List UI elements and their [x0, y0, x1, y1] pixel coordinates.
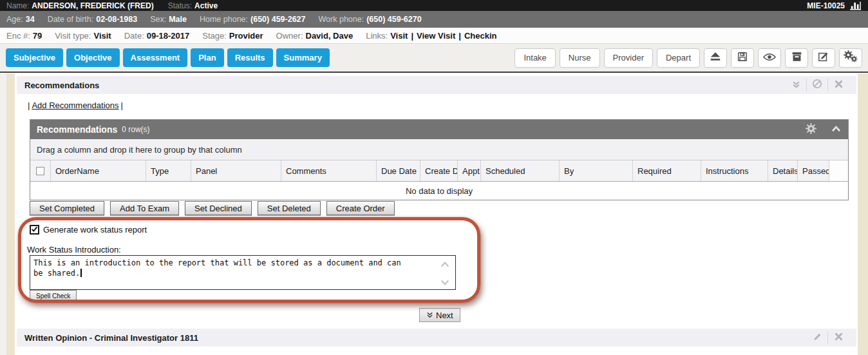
tab-plan[interactable]: Plan [191, 48, 223, 67]
home-phone-pair: Home phone:(650) 459-2627 [200, 15, 306, 24]
intake-button[interactable]: Intake [514, 48, 555, 68]
double-chevron-down-icon [426, 311, 433, 320]
preview-button[interactable] [758, 48, 781, 68]
tab-objective[interactable]: Objective [66, 48, 120, 67]
settings-button[interactable] [839, 48, 862, 68]
enc-number-pair: Enc #:79 [6, 31, 42, 41]
grid-header: Recommendations 0 row(s) [30, 120, 848, 139]
column-header-required[interactable]: Required [633, 160, 701, 181]
collapse-section-button[interactable] [786, 79, 806, 91]
demographics-bar: Age:34 Date of birth:02-08-1983 Sex:Male… [0, 11, 868, 28]
patient-name-label: Name: [6, 1, 29, 10]
owner-value: David, Dave [306, 31, 354, 41]
age-label: Age: [6, 15, 23, 24]
stage-pair: Stage:Provider [202, 31, 263, 41]
tab-subjective[interactable]: Subjective [6, 48, 63, 67]
work-status-intro-label: Work Status Introduction: [27, 245, 121, 254]
column-header-due-date[interactable]: Due Date [377, 160, 420, 181]
provider-button[interactable]: Provider [604, 48, 653, 68]
work-phone-pair: Work phone:(650) 459-6270 [319, 15, 422, 24]
column-label: Appt... [462, 166, 481, 176]
visit-type-label: Visit type: [55, 31, 91, 41]
add-recommendations-link[interactable]: Add Recommendations [32, 101, 118, 110]
disable-section-button[interactable] [807, 79, 827, 91]
column-header-create-date[interactable]: Create D... [420, 160, 458, 181]
work-status-intro-textarea[interactable]: This is an introduction to the report th… [30, 255, 456, 290]
column-label: Panel [196, 166, 217, 176]
tab-results[interactable]: Results [227, 48, 273, 67]
visit-type-value: Visit [93, 31, 111, 41]
enc-number-label: Enc #: [6, 31, 30, 41]
sex-value: Male [169, 15, 187, 24]
create-order-button[interactable]: Create Order [326, 201, 395, 215]
grid-title: Recommendations [37, 124, 117, 135]
tab-summary[interactable]: Summary [276, 48, 330, 67]
edit-note-button[interactable] [812, 48, 835, 68]
link-checkin[interactable]: Checkin [464, 31, 497, 41]
stage-value: Provider [229, 31, 263, 41]
textarea-scroll-down-button[interactable] [440, 277, 449, 289]
column-header-filler [829, 160, 848, 181]
save-button[interactable] [731, 48, 754, 68]
close-section-button[interactable] [828, 332, 849, 343]
save-icon [737, 51, 748, 65]
left-gray-strip [0, 73, 6, 355]
close-icon [835, 332, 843, 343]
link-view-visit[interactable]: View Visit [417, 31, 455, 41]
tab-assessment[interactable]: Assessment [123, 48, 188, 67]
set-completed-button[interactable]: Set Completed [30, 201, 104, 215]
column-header-comments[interactable]: Comments [281, 160, 377, 181]
grid-collapse-button[interactable] [831, 124, 842, 135]
nurse-button[interactable]: Nurse [560, 48, 600, 68]
sex-label: Sex: [150, 15, 166, 24]
age-value: 34 [26, 15, 35, 24]
column-header-panel[interactable]: Panel [191, 160, 281, 181]
column-label: Create D... [425, 166, 458, 176]
depart-button[interactable]: Depart [657, 48, 700, 68]
bar-chart-icon[interactable] [850, 1, 862, 10]
add-to-exam-button[interactable]: Add To Exam [110, 201, 179, 215]
set-deleted-button[interactable]: Set Deleted [258, 201, 321, 215]
left-beige-strip [6, 73, 15, 355]
column-header-details[interactable]: Details [768, 160, 798, 181]
column-label: By [564, 166, 574, 176]
encounter-content: Recommendations |Add Recommendations| Re… [0, 73, 868, 355]
recommendations-section-header: Recommendations [17, 76, 856, 94]
generate-work-status-label: Generate work status report [43, 225, 147, 235]
archive-button[interactable] [785, 48, 808, 68]
link-visit[interactable]: Visit [390, 31, 408, 41]
spell-check-button[interactable]: Spell Check [30, 290, 77, 302]
column-header-ordername[interactable]: OrderName [51, 160, 146, 181]
column-label: Required [637, 166, 672, 176]
dob-value: 02-08-1983 [96, 15, 137, 24]
close-section-button[interactable] [828, 79, 849, 91]
generate-work-status-checkbox[interactable] [30, 225, 39, 235]
column-header-instructions[interactable]: Instructions [701, 160, 768, 181]
column-header-passed[interactable]: Passed [798, 160, 829, 181]
recommendations-grid: Recommendations 0 row(s) Drag a column a… [30, 119, 849, 200]
visit-date-value: 09-18-2017 [147, 31, 190, 41]
work-phone-value: (650) 459-6270 [366, 15, 421, 24]
system-id: MIE-10025 [807, 1, 845, 10]
chevron-up-icon [831, 124, 842, 135]
column-header-scheduled[interactable]: Scheduled [481, 160, 560, 181]
written-opinion-section-header: Written Opinion - Criminal Investigator … [17, 329, 856, 347]
chart-toolbar: Subjective Objective Assessment Plan Res… [0, 44, 868, 73]
next-button-label: Next [436, 311, 453, 320]
next-button[interactable]: Next [419, 308, 460, 322]
grid-settings-button[interactable] [806, 123, 816, 137]
column-header-by[interactable]: By [560, 160, 633, 181]
column-label: Due Date [381, 166, 417, 176]
link-separator: | [458, 31, 461, 41]
visit-type-pair: Visit type:Visit [55, 31, 111, 41]
textarea-scroll-up-button[interactable] [440, 258, 449, 270]
set-declined-button[interactable]: Set Declined [185, 201, 252, 215]
eject-button[interactable] [704, 48, 727, 68]
edit-section-button[interactable] [807, 332, 827, 343]
column-header-type[interactable]: Type [146, 160, 191, 181]
eye-icon [763, 52, 776, 64]
pipe: | [28, 101, 30, 110]
select-all-checkbox[interactable] [30, 160, 51, 181]
column-header-appt[interactable]: Appt... [458, 160, 481, 181]
section-header-icons [807, 331, 849, 344]
